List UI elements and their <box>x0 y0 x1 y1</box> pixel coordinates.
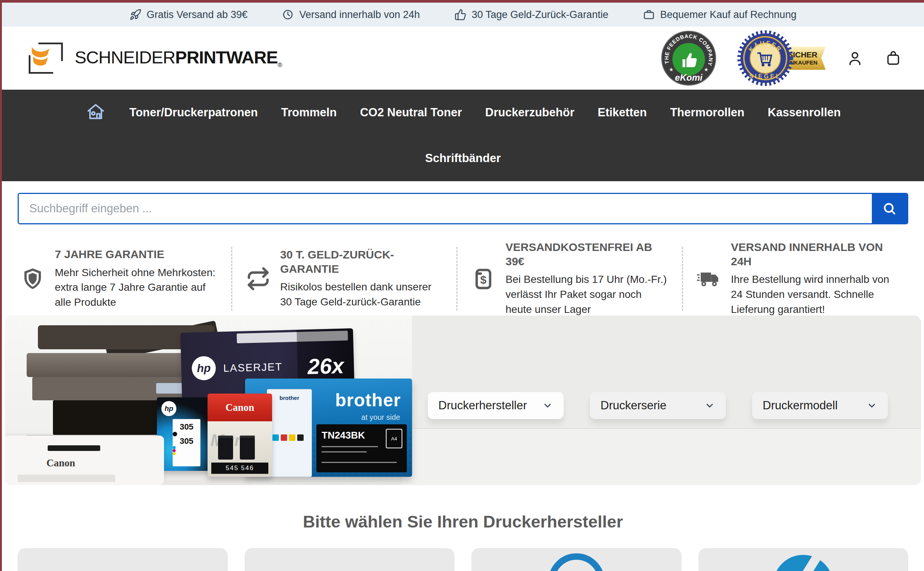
repeat-icon <box>246 266 270 291</box>
logo-mark-icon <box>24 39 68 77</box>
filter-label: Druckerserie <box>601 399 666 412</box>
nav-item-kassenrollen[interactable]: Kassenrollen <box>768 106 841 119</box>
nav-item-schriftbaender[interactable]: Schriftbänder <box>425 151 501 165</box>
section-title: Bitte wählen Sie Ihren Druckerhersteller <box>2 512 924 532</box>
canon-printer-tray <box>18 475 115 482</box>
benefit-text: Mehr Sicherheit ohne Mehrkosten: extra l… <box>55 265 218 310</box>
benefit-title: 30 T. GELD-ZURÜCK-GARANTIE <box>280 248 443 276</box>
nav-home[interactable] <box>85 101 106 124</box>
search-button[interactable] <box>872 194 907 223</box>
hp-model-label: 26x <box>307 353 345 379</box>
magenta-ink-dot <box>173 449 176 452</box>
canon-ink-box: Canon Mura 545 546 <box>207 394 272 477</box>
benefit-money-back: 30 T. GELD-ZURÜCK-GARANTIE Risikolos bes… <box>231 247 457 311</box>
money-icon: $ <box>471 266 496 291</box>
manufacturer-card-2[interactable] <box>245 548 455 571</box>
color-swatch-magenta <box>281 434 287 441</box>
hero-banner: SAMSUNG 26x hp LASERJET brother at your … <box>5 315 921 485</box>
benefit-title: VERSAND INNERHALB VON 24H <box>731 240 894 268</box>
svg-text:$: $ <box>481 273 487 286</box>
registered-mark: ® <box>278 62 282 69</box>
benefit-fast-dispatch: VERSAND INNERHALB VON 24H Ihre Bestellun… <box>682 247 907 311</box>
svg-text:★: ★ <box>704 67 709 73</box>
black-cartridge <box>218 438 233 460</box>
main-nav: Toner/Druckerpatronen Trommeln CO2 Neutr… <box>2 90 924 181</box>
hp-logo: hp <box>192 356 216 381</box>
hp-logo-small: hp <box>161 401 176 416</box>
laserjet-label: LASERJET <box>223 361 283 374</box>
label-line <box>321 462 397 463</box>
manufacturer-card-3[interactable] <box>471 548 681 571</box>
benefit-warranty: 7 JAHRE GARANTIE Mehr Sicherheit ohne Me… <box>19 247 231 311</box>
usp-24h-shipping: Versand innerhalb von 24h <box>282 9 420 21</box>
manufacturer-logo-ring <box>549 553 605 571</box>
masthead: SCHNEIDERPRINTWARE® THE FEEDBACK COMPANY… <box>2 27 924 90</box>
usp-free-shipping: Gratis Versand ab 39€ <box>130 9 248 21</box>
hp-305-label: 305 305 <box>173 419 201 466</box>
color-swatch-yellow <box>289 434 295 441</box>
filter-druckerhersteller[interactable]: Druckerhersteller <box>428 392 564 419</box>
ekomi-name: eKomi <box>675 73 703 83</box>
brother-logo: brother <box>335 390 401 411</box>
search-input[interactable] <box>19 194 872 223</box>
chevron-down-icon <box>866 400 878 411</box>
benefit-textblock: VERSAND INNERHALB VON 24H Ihre Bestellun… <box>731 240 894 316</box>
cyan-ink-dot <box>173 446 176 449</box>
search-section <box>2 181 924 242</box>
benefit-text: Bei Bestellung bis 17 Uhr (Mo.-Fr.) verl… <box>505 272 668 316</box>
manufacturer-card-1[interactable] <box>18 548 228 571</box>
siegel-seal-icon: KÄUFER SIEGEL <box>737 30 793 86</box>
nav-item-zubehoer[interactable]: Druckerzubehör <box>485 106 575 119</box>
benefit-text: Risikolos bestellen dank unserer 30 Tage… <box>280 279 443 310</box>
usp-label: Versand innerhalb von 24h <box>299 9 420 21</box>
usp-label: Gratis Versand ab 39€ <box>147 9 248 21</box>
nav-item-toner[interactable]: Toner/Druckerpatronen <box>130 106 258 119</box>
color-swatch-cyan <box>272 434 279 441</box>
brother-model-label: TN243BK A4 <box>317 424 407 472</box>
canon-box-header: Canon <box>207 394 272 421</box>
benefit-textblock: 7 JAHRE GARANTIE Mehr Sicherheit ohne Me… <box>55 247 218 310</box>
brother-a4-badge: A4 <box>386 429 402 448</box>
usp-label: Bequemer Kauf auf Rechnung <box>660 9 796 21</box>
nav-item-thermorollen[interactable]: Thermorollen <box>670 106 744 119</box>
benefit-text: Ihre Bestellung wird innerhalb von 24 St… <box>731 272 894 316</box>
usp-label: 30 Tage Geld-Zurück-Garantie <box>472 9 608 21</box>
canon-box-body: Mura 545 546 <box>207 421 272 477</box>
briefcase-icon <box>643 9 655 21</box>
yellow-ink-dot <box>173 452 176 455</box>
kaeufersiegel-badge[interactable]: SICHER EINKAUFEN KÄUFER SIEGEL <box>737 30 826 86</box>
rocket-icon <box>130 9 142 21</box>
benefit-textblock: 30 T. GELD-ZURÜCK-GARANTIE Risikolos bes… <box>280 248 443 310</box>
hero-product-photo: SAMSUNG 26x hp LASERJET brother at your … <box>5 315 412 485</box>
benefits-row: 7 JAHRE GARANTIE Mehr Sicherheit ohne Me… <box>2 242 924 315</box>
nav-row-1: Toner/Druckerpatronen Trommeln CO2 Neutr… <box>2 90 924 136</box>
shop-name: SCHNEIDERPRINTWARE® <box>75 47 282 69</box>
ekomi-badge[interactable]: THE FEEDBACK COMPANY ★ ★ eKomi <box>661 30 717 86</box>
filter-label: Druckermodell <box>763 399 837 412</box>
chevron-down-icon <box>542 400 553 411</box>
usp-buy-on-account: Bequemer Kauf auf Rechnung <box>643 9 796 21</box>
nav-item-etiketten[interactable]: Etiketten <box>598 106 647 119</box>
search-bar <box>18 193 908 224</box>
nav-item-co2-toner[interactable]: CO2 Neutral Toner <box>360 106 462 119</box>
canon-printer-photo: Canon <box>5 435 164 485</box>
account-icon[interactable] <box>846 49 864 67</box>
black-ink-dot <box>173 432 177 436</box>
truck-icon <box>697 266 722 291</box>
manufacturer-card-4[interactable] <box>698 548 909 571</box>
shield-icon <box>20 266 45 291</box>
benefit-free-shipping: $ VERSANDKOSTENFREI AB 39€ Bei Bestellun… <box>456 247 682 311</box>
label-line <box>321 451 367 452</box>
brother-side-panel: brother <box>267 389 312 477</box>
label-line <box>321 446 378 447</box>
color-swatch-black <box>297 434 304 441</box>
benefit-textblock: VERSANDKOSTENFREI AB 39€ Bei Bestellung … <box>505 240 668 316</box>
filter-druckermodell[interactable]: Druckermodell <box>752 392 888 419</box>
nav-item-trommeln[interactable]: Trommeln <box>281 106 337 119</box>
clock-icon <box>282 9 294 21</box>
filter-druckerserie[interactable]: Druckerserie <box>590 392 726 419</box>
search-icon <box>881 200 898 217</box>
brand-first: SCHNEIDER <box>75 47 175 67</box>
cart-bag-icon[interactable] <box>884 49 902 67</box>
shop-logo[interactable]: SCHNEIDERPRINTWARE® <box>24 39 282 77</box>
